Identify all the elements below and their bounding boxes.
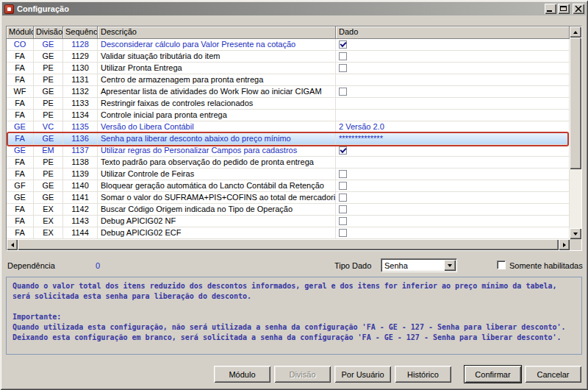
grid-row[interactable]: GEGE1141Somar o valor do SUFRAMA+PIS+COF… bbox=[7, 192, 570, 204]
cell-seq: 1135 bbox=[63, 121, 98, 133]
cell-seq: 1130 bbox=[63, 63, 98, 74]
vertical-scrollbar[interactable] bbox=[570, 26, 581, 239]
cell-modulo: GE bbox=[7, 121, 34, 133]
tipo-dado-select[interactable]: Senha bbox=[381, 258, 457, 272]
cell-dado bbox=[336, 98, 570, 110]
cell-modulo: FA bbox=[7, 157, 34, 169]
grid-row[interactable]: FAPE1134Controle inicial para pronta ent… bbox=[7, 110, 570, 121]
horizontal-scrollbar[interactable] bbox=[7, 239, 581, 250]
cell-desc: Apresentar lista de atividades do Work F… bbox=[98, 86, 336, 98]
grid-row[interactable]: GEVC1135Versão do Libera Contábil2 Versã… bbox=[7, 121, 570, 133]
modulo-button[interactable]: Módulo bbox=[214, 366, 270, 383]
cell-dado bbox=[336, 192, 570, 204]
tipo-dado-value: Senha bbox=[381, 259, 443, 272]
cell-divisao: EX bbox=[34, 227, 63, 239]
divisao-button[interactable]: Divisão bbox=[274, 366, 331, 383]
somente-habilitadas-checkbox[interactable] bbox=[497, 260, 506, 269]
scroll-right-button[interactable] bbox=[559, 239, 570, 250]
grid-row[interactable]: WFGE1132Apresentar lista de atividades d… bbox=[7, 86, 570, 98]
cell-modulo: FA bbox=[7, 169, 34, 180]
scroll-left-button[interactable] bbox=[7, 239, 18, 250]
arrow-down-icon bbox=[573, 233, 578, 235]
column-header-divisao[interactable]: Divisão bbox=[34, 26, 63, 39]
grid-body: COGE1128Desconsiderar cálculo para Valor… bbox=[7, 39, 570, 239]
checkbox-unchecked-icon[interactable] bbox=[339, 64, 347, 72]
scrollbar-corner bbox=[570, 239, 581, 250]
tipo-dado-dropdown-button[interactable] bbox=[444, 260, 456, 271]
horizontal-scroll-thumb[interactable] bbox=[18, 239, 559, 250]
checkbox-unchecked-icon[interactable] bbox=[339, 205, 347, 213]
historico-button[interactable]: Histórico bbox=[395, 366, 451, 383]
cell-dado bbox=[336, 39, 570, 51]
scroll-up-button[interactable] bbox=[570, 26, 581, 38]
minimize-button[interactable] bbox=[545, 4, 556, 14]
cell-divisao: EM bbox=[34, 145, 63, 157]
vertical-scroll-thumb[interactable] bbox=[570, 38, 581, 169]
cancelar-button[interactable]: Cancelar bbox=[525, 366, 581, 383]
cell-dado: 2 Versão 2.0 bbox=[336, 121, 570, 133]
grid-row[interactable]: FAPE1130Utilizar Pronta Entrega bbox=[7, 63, 570, 74]
cell-modulo: FA bbox=[7, 51, 34, 63]
cell-dado bbox=[336, 180, 570, 192]
checkbox-unchecked-icon[interactable] bbox=[339, 217, 347, 225]
checkbox-unchecked-icon[interactable] bbox=[339, 182, 347, 190]
cell-desc: Bloquear geração automática do Lancto Co… bbox=[98, 180, 336, 192]
column-header-sequencia[interactable]: Sequência bbox=[63, 26, 98, 39]
cell-divisao: VC bbox=[34, 121, 63, 133]
cell-dado bbox=[336, 169, 570, 180]
cell-modulo: FA bbox=[7, 204, 34, 216]
cell-seq: 1140 bbox=[63, 180, 98, 192]
arrow-up-icon bbox=[573, 31, 578, 34]
cell-dado bbox=[336, 86, 570, 98]
checkbox-unchecked-icon[interactable] bbox=[339, 170, 347, 178]
cell-seq: 1137 bbox=[63, 145, 98, 157]
maximize-icon bbox=[560, 6, 567, 11]
grid-row[interactable]: FAPE1139Utilizar Controle de Feiras bbox=[7, 169, 570, 180]
cell-modulo: FA bbox=[7, 74, 34, 86]
cell-modulo: GE bbox=[7, 145, 34, 157]
cell-divisao: EX bbox=[34, 216, 63, 227]
confirmar-button[interactable]: Confirmar bbox=[465, 366, 521, 383]
cell-desc: Validar situação tributária do item bbox=[98, 51, 336, 63]
checkbox-unchecked-icon[interactable] bbox=[339, 88, 347, 96]
column-header-modulo[interactable]: Módulo bbox=[7, 26, 34, 39]
configuration-window: Configuração Módulo Divisão Sequência De… bbox=[0, 0, 588, 390]
cell-dado bbox=[336, 110, 570, 121]
grid-row[interactable]: FAGE1129Validar situação tributária do i… bbox=[7, 51, 570, 63]
cell-divisao: GE bbox=[34, 39, 63, 51]
cell-seq: 1128 bbox=[63, 39, 98, 51]
scroll-down-button[interactable] bbox=[570, 228, 581, 239]
close-button[interactable] bbox=[573, 4, 584, 14]
cell-seq: 1131 bbox=[63, 74, 98, 86]
por-usuario-button[interactable]: Por Usuário bbox=[334, 366, 391, 383]
cell-divisao: PE bbox=[34, 63, 63, 74]
checkbox-checked-icon[interactable] bbox=[339, 40, 347, 49]
vertical-scroll-track[interactable] bbox=[570, 169, 581, 228]
cell-dado bbox=[336, 74, 570, 86]
column-header-dado[interactable]: Dado bbox=[336, 26, 570, 39]
cell-modulo: FA bbox=[7, 98, 34, 110]
grid-row[interactable]: FAPE1131Centro de armazenagem para pront… bbox=[7, 74, 570, 86]
grid-row[interactable]: GFGE1140Bloquear geração automática do L… bbox=[7, 180, 570, 192]
grid-row[interactable]: FAEX1143Debug APICIG02 NF bbox=[7, 216, 570, 227]
checkbox-unchecked-icon[interactable] bbox=[339, 229, 347, 237]
cell-seq: 1142 bbox=[63, 204, 98, 216]
grid-row[interactable]: FAEX1142Buscar Código Origem indicada no… bbox=[7, 204, 570, 216]
cell-modulo: GF bbox=[7, 180, 34, 192]
cell-divisao: EX bbox=[34, 204, 63, 216]
button-row: Módulo Divisão Por Usuário Histórico Con… bbox=[6, 366, 581, 383]
checkbox-unchecked-icon[interactable] bbox=[339, 52, 347, 60]
cell-desc: Centro de armazenagem para pronta entreg… bbox=[98, 74, 336, 86]
grid-row[interactable]: COGE1128Desconsiderar cálculo para Valor… bbox=[7, 39, 570, 51]
grid-row[interactable]: GEEM1137Utilizar regras do Personalizar … bbox=[7, 145, 570, 157]
grid-row[interactable]: FAPE1138Texto padrão para observação do … bbox=[7, 157, 570, 169]
cell-modulo: FA bbox=[7, 63, 34, 74]
maximize-button[interactable] bbox=[558, 4, 570, 14]
column-header-descricao[interactable]: Descrição bbox=[98, 26, 336, 39]
grid-row[interactable]: FAEX1144Debug APICIG02 ECF bbox=[7, 227, 570, 239]
checkbox-checked-icon[interactable] bbox=[339, 146, 347, 155]
grid-row-selected[interactable]: FAGE1136Senha para liberar desconto abai… bbox=[7, 133, 570, 145]
checkbox-unchecked-icon[interactable] bbox=[339, 194, 347, 202]
cell-divisao: GE bbox=[34, 192, 63, 204]
grid-row[interactable]: FAPE1133Restringir faixas de controles r… bbox=[7, 98, 570, 110]
